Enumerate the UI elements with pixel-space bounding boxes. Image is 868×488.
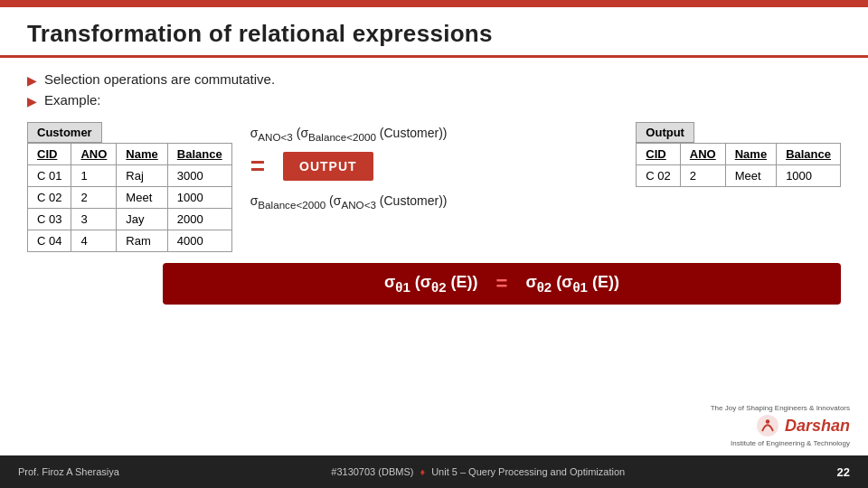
table-cell: 2 (71, 187, 117, 209)
darshan-icon (754, 412, 781, 439)
page-title: Transformation of relational expressions (27, 20, 841, 48)
table-cell: 1000 (777, 165, 841, 187)
customer-table-wrap: Customer CID ANO Name Balance C 011Raj30… (27, 122, 232, 252)
table-row: C 011Raj3000 (28, 165, 232, 187)
out-col-balance: Balance (777, 144, 841, 165)
bullet-text-1: Selection operations are commutative. (44, 71, 275, 87)
darshan-row: Darshan (754, 412, 850, 439)
expr-top: σANO<3 (σBalance<2000 (Customer)) (250, 126, 618, 143)
bullet-text-2: Example: (44, 92, 101, 108)
customer-table: CID ANO Name Balance C 011Raj3000C 022Me… (27, 143, 232, 252)
customer-table-label: Customer (27, 122, 102, 143)
header-bar (0, 0, 868, 7)
table-row: C 022Meet1000 (637, 165, 841, 187)
output-table-label: Output (636, 122, 694, 143)
svg-point-1 (766, 419, 770, 424)
footer-hash: #3130703 (DBMS) (331, 466, 413, 477)
col-balance: Balance (167, 144, 231, 165)
content-area: ▶ Selection operations are commutative. … (0, 58, 868, 108)
customer-table-header-row: CID ANO Name Balance (28, 144, 232, 165)
table-cell: 3 (71, 209, 117, 230)
darshan-logo: The Joy of Shaping Engineers & Innovator… (711, 404, 850, 447)
table-cell: Ram (117, 230, 167, 252)
output-area: Output CID ANO Name Balance C 022Meet100… (636, 122, 841, 187)
darshan-institute: Institute of Engineering & Technology (731, 439, 850, 447)
table-cell: Jay (117, 209, 167, 230)
output-box: OUTPUT (283, 152, 373, 181)
table-cell: C 02 (637, 165, 680, 187)
expressions-area: σANO<3 (σBalance<2000 (Customer)) = OUTP… (250, 122, 618, 211)
sigma-right: σθ2 (σθ1 (E)) (525, 273, 619, 295)
output-table: CID ANO Name Balance C 022Meet1000 (636, 143, 841, 187)
sigma-left: σθ1 (σθ2 (E)) (384, 273, 478, 295)
table-cell: C 02 (28, 187, 71, 209)
darshan-tagline: The Joy of Shaping Engineers & Innovator… (711, 404, 850, 412)
main-content: Customer CID ANO Name Balance C 011Raj30… (0, 113, 868, 252)
sigma-equals: = (496, 272, 508, 296)
col-name: Name (117, 144, 167, 165)
bullet-2: ▶ Example: (27, 92, 841, 108)
table-cell: 2000 (167, 209, 231, 230)
darshan-name: Darshan (785, 417, 850, 436)
expr-bottom: σBalance<2000 (σANO<3 (Customer)) (250, 193, 618, 211)
out-col-cid: CID (637, 144, 680, 165)
title-area: Transformation of relational expressions (0, 7, 868, 58)
table-row: C 033Jay2000 (28, 209, 232, 230)
table-cell: 2 (680, 165, 725, 187)
table-row: C 044Ram4000 (28, 230, 232, 252)
out-col-ano: ANO (680, 144, 725, 165)
sigma-formula-box: σθ1 (σθ2 (E)) = σθ2 (σθ1 (E)) (163, 263, 841, 305)
table-cell: 3000 (167, 165, 231, 187)
out-col-name: Name (725, 144, 776, 165)
table-cell: Raj (117, 165, 167, 187)
equals-sign: = (250, 152, 265, 181)
output-table-header-row: CID ANO Name Balance (637, 144, 841, 165)
table-cell: C 03 (28, 209, 71, 230)
table-cell: C 01 (28, 165, 71, 187)
col-ano: ANO (71, 144, 117, 165)
table-cell: Meet (117, 187, 167, 209)
col-cid: CID (28, 144, 71, 165)
footer-bullet: ♦ (420, 466, 428, 477)
footer-right: 22 (837, 465, 850, 479)
table-cell: 1000 (167, 187, 231, 209)
bullet-triangle-1: ▶ (27, 73, 37, 88)
table-row: C 022Meet1000 (28, 187, 232, 209)
table-cell: C 04 (28, 230, 71, 252)
bullet-1: ▶ Selection operations are commutative. (27, 71, 841, 88)
table-cell: Meet (725, 165, 776, 187)
bullet-triangle-2: ▶ (27, 94, 37, 108)
table-cell: 1 (71, 165, 117, 187)
table-cell: 4 (71, 230, 117, 252)
footer-center: #3130703 (DBMS) ♦ Unit 5 – Query Process… (331, 466, 625, 477)
table-cell: 4000 (167, 230, 231, 252)
footer-left: Prof. Firoz A Sherasiya (18, 466, 119, 477)
expr-middle: = OUTPUT (250, 152, 618, 181)
footer: Prof. Firoz A Sherasiya #3130703 (DBMS) … (0, 455, 868, 488)
footer-center-text: Unit 5 – Query Processing and Optimizati… (431, 466, 625, 477)
